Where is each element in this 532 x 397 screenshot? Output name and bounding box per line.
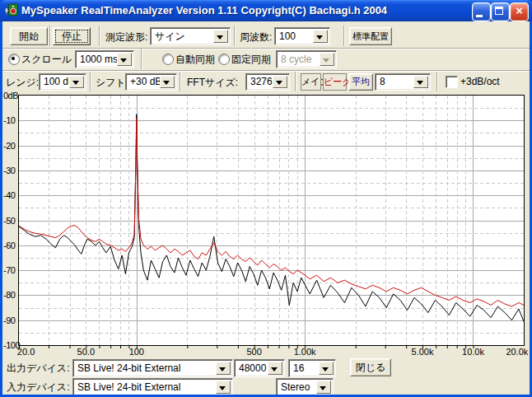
samplerate-value[interactable]: 48000 [239, 360, 269, 376]
maximize-icon [495, 7, 503, 15]
range-select[interactable]: 100 dB [39, 73, 86, 91]
average-count-value[interactable]: 8 [380, 74, 415, 90]
scroll-radio[interactable] [8, 54, 20, 65]
spectrum-plot [18, 95, 525, 346]
y-axis-label: 0dB [3, 91, 18, 100]
waveform-label: 測定波形: [105, 30, 147, 44]
input-device-label: 入力デバイス: [7, 381, 69, 395]
chevron-down-icon[interactable] [216, 362, 231, 375]
scroll-interval-select[interactable]: 1000 ms [75, 50, 134, 68]
close-button[interactable]: × [510, 2, 529, 21]
average-count-select[interactable]: 8 [375, 73, 431, 91]
chevron-down-icon[interactable] [273, 76, 287, 88]
fft-size-select[interactable]: 32768 [245, 73, 290, 91]
toolbar-separator [295, 72, 296, 91]
range-value[interactable]: 100 dB [44, 74, 71, 90]
speaker-mic-icon [5, 3, 18, 16]
toolbar-separator [99, 26, 100, 46]
shift-select[interactable]: +30 dB [125, 73, 177, 91]
chevron-down-icon[interactable] [413, 76, 428, 88]
x-axis-label: 1.00k [294, 347, 316, 357]
shift-label: シフト: [96, 76, 128, 90]
samplerate-select[interactable]: 48000 [234, 359, 285, 377]
range-label: レンジ: [6, 76, 39, 90]
waveform-value[interactable]: サイン [155, 28, 215, 44]
y-axis-label: -10 [3, 115, 15, 125]
chevron-down-icon[interactable] [213, 30, 228, 43]
plus3db-oct-checkbox[interactable] [446, 76, 458, 88]
bit-depth-value[interactable]: 16 [293, 360, 320, 376]
chevron-down-icon [320, 53, 334, 66]
x-axis-label: 20.0k [506, 347, 528, 357]
chevron-down-icon[interactable] [117, 53, 132, 66]
x-axis-label: 500 [246, 347, 261, 357]
peak-trace-toggle[interactable]: ピーク [323, 73, 347, 91]
output-device-label: 出力デバイス: [7, 362, 69, 376]
input-device-value[interactable]: SB Live! 24-bit External [77, 379, 217, 395]
fixed-sync-radio[interactable] [218, 54, 230, 65]
y-axis-label: -30 [3, 166, 15, 175]
x-axis-label: 10.0k [462, 347, 484, 357]
minimize-button[interactable] [472, 2, 491, 21]
x-axis-label: 100 [129, 347, 144, 357]
y-axis-label: -40 [3, 190, 15, 200]
frequency-select[interactable]: 100 [274, 27, 330, 45]
row-separator [2, 70, 530, 72]
scroll-interval-value[interactable]: 1000 ms [80, 51, 119, 68]
y-axis-label: -90 [3, 315, 15, 325]
maximize-button[interactable] [491, 2, 510, 21]
chevron-down-icon[interactable] [160, 76, 175, 88]
auto-sync-label: 自動同期 [175, 53, 215, 67]
window-title: MySpeaker RealTimeAnalyzer Version 1.11 … [21, 4, 466, 16]
y-axis-label: -60 [3, 241, 15, 250]
x-axis-label: 5.00k [412, 347, 434, 357]
cycle-select: 8 cycle [276, 50, 337, 68]
y-axis-label: -20 [3, 141, 15, 151]
fixed-sync-label: 固定同期 [231, 53, 271, 67]
toolbar-separator [343, 26, 345, 46]
chevron-down-icon[interactable] [268, 362, 282, 375]
y-axis-label: -70 [3, 265, 15, 275]
spectrum-svg [19, 96, 524, 345]
channels-select[interactable]: Stereo [276, 378, 334, 395]
start-button[interactable]: 開始 [10, 27, 48, 45]
cycle-value: 8 cycle [281, 51, 321, 68]
output-device-value[interactable]: SB Live! 24-bit External [77, 360, 217, 376]
output-device-select[interactable]: SB Live! 24-bit External [72, 359, 233, 377]
close-icon: × [511, 4, 528, 18]
minimize-icon [476, 15, 483, 17]
y-axis-label: -80 [3, 290, 15, 300]
fft-size-value[interactable]: 32768 [250, 74, 274, 90]
waveform-select[interactable]: サイン [150, 27, 231, 45]
chevron-down-icon[interactable] [313, 30, 328, 43]
titlebar[interactable]: MySpeaker RealTimeAnalyzer Version 1.11 … [0, 0, 532, 21]
row-separator [2, 48, 530, 49]
client-area: 開始 停止 測定波形: サイン 周波数: 100 標準配置 スクロール 1000… [2, 21, 530, 395]
average-trace-toggle[interactable]: 平均 [348, 73, 373, 91]
y-axis-label: -50 [3, 216, 15, 226]
x-axis-label: 50.0 [77, 347, 95, 357]
scroll-label: スクロール [21, 53, 72, 67]
toolbar-separator [234, 26, 236, 46]
fft-size-label: FFTサイズ: [187, 76, 238, 90]
chevron-down-icon[interactable] [319, 362, 334, 375]
chevron-down-icon[interactable] [69, 76, 84, 88]
close-window-button[interactable]: 閉じる [350, 358, 391, 376]
channels-value[interactable]: Stereo [281, 379, 318, 395]
toolbar-separator [90, 72, 91, 91]
input-device-select[interactable]: SB Live! 24-bit External [72, 378, 233, 395]
chevron-down-icon[interactable] [316, 381, 331, 394]
main-trace [19, 114, 524, 322]
toolbar-separator [49, 26, 51, 46]
shift-value[interactable]: +30 dB [130, 74, 161, 90]
peak-trace [19, 118, 524, 306]
main-trace-toggle[interactable]: メイン [301, 73, 321, 91]
app-window: MySpeaker RealTimeAnalyzer Version 1.11 … [0, 0, 532, 397]
auto-sync-radio[interactable] [162, 54, 174, 65]
frequency-label: 周波数: [240, 30, 272, 44]
bit-depth-select[interactable]: 16 [288, 359, 336, 377]
stop-button[interactable]: 停止 [53, 27, 91, 45]
frequency-value[interactable]: 100 [279, 28, 315, 44]
chevron-down-icon[interactable] [216, 381, 231, 394]
standard-layout-button[interactable]: 標準配置 [349, 27, 392, 45]
